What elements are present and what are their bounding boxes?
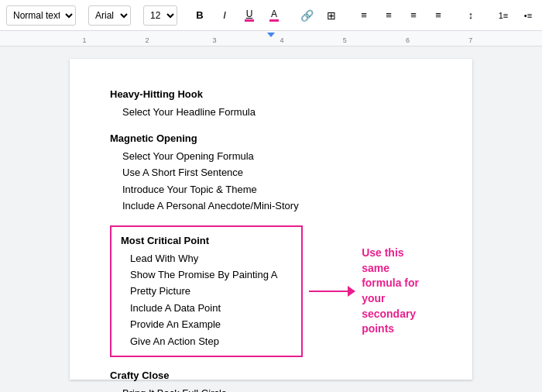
link-button[interactable]: 🔗 bbox=[297, 5, 317, 26]
list-item: Select Your Headline Formula bbox=[110, 104, 432, 120]
ruler-mark-6: 6 bbox=[406, 36, 410, 44]
italic-button[interactable]: I bbox=[214, 5, 235, 26]
bullet-list-button[interactable]: •≡ bbox=[518, 5, 538, 26]
section-crafty-close: Crafty Close Bring It Back Full Circle I… bbox=[110, 368, 432, 392]
align-center-button[interactable]: ≡ bbox=[379, 5, 399, 26]
numbered-list-button[interactable]: 1≡ bbox=[493, 5, 513, 26]
section-title-heavy-hitting-hook: Heavy-Hitting Hook bbox=[110, 87, 432, 103]
callout-text: Use this same formula for your secondary… bbox=[362, 246, 432, 337]
align-left-button[interactable]: ≡ bbox=[354, 5, 374, 26]
list-item: Give An Action Step bbox=[121, 333, 292, 349]
document-page: Heavy-Hitting Hook Select Your Headline … bbox=[70, 59, 472, 380]
table-button[interactable]: ⊞ bbox=[321, 5, 341, 26]
font-color-icon: A bbox=[269, 9, 279, 22]
line-spacing-button[interactable]: ↕ bbox=[461, 5, 481, 26]
arrow-container bbox=[309, 286, 355, 297]
section-title-magnetic-opening: Magnetic Opening bbox=[110, 131, 432, 147]
align-justify-button[interactable]: ≡ bbox=[428, 5, 448, 26]
section-title-most-critical-point: Most Critical Point bbox=[121, 233, 292, 249]
section-heavy-hitting-hook: Heavy-Hitting Hook Select Your Headline … bbox=[110, 87, 432, 120]
list-item: Select Your Opening Formula bbox=[110, 148, 432, 164]
list-item: Include A Data Point bbox=[121, 300, 292, 316]
section-magnetic-opening: Magnetic Opening Select Your Opening For… bbox=[110, 131, 432, 215]
ruler: 1 2 3 4 5 6 7 bbox=[0, 31, 542, 46]
list-item: Provide An Example bbox=[121, 316, 292, 332]
underline-icon: U bbox=[245, 9, 254, 22]
font-color-button[interactable]: A bbox=[264, 5, 284, 26]
underline-button[interactable]: U bbox=[239, 5, 259, 26]
font-select[interactable]: Arial bbox=[88, 5, 131, 26]
critical-point-box: Most Critical Point Lead With Why Show T… bbox=[110, 225, 303, 357]
list-item: Include A Personal Anecdote/Mini-Story bbox=[110, 198, 432, 214]
list-item: Lead With Why bbox=[121, 250, 292, 266]
ruler-inner: 1 2 3 4 5 6 7 bbox=[46, 31, 496, 46]
ruler-mark-4: 4 bbox=[280, 36, 284, 44]
page-area: Heavy-Hitting Hook Select Your Headline … bbox=[0, 46, 542, 392]
size-select[interactable]: 12 bbox=[143, 5, 177, 26]
ruler-mark-1: 1 bbox=[82, 36, 86, 44]
ruler-mark-3: 3 bbox=[213, 36, 217, 44]
toolbar: Normal text Arial 12 B I U A 🔗 ⊞ ≡ ≡ ≡ ≡… bbox=[0, 0, 542, 31]
ruler-mark-7: 7 bbox=[468, 36, 472, 44]
list-item: Introduce Your Topic & Theme bbox=[110, 181, 432, 198]
bold-button[interactable]: B bbox=[190, 5, 210, 26]
arrow-head bbox=[348, 286, 355, 297]
ruler-marker[interactable] bbox=[267, 33, 275, 37]
ruler-mark-2: 2 bbox=[146, 36, 149, 44]
align-right-button[interactable]: ≡ bbox=[403, 5, 424, 26]
style-select[interactable]: Normal text bbox=[6, 5, 76, 26]
list-item: Bring It Back Full Circle bbox=[110, 385, 432, 392]
arrow-line bbox=[309, 291, 348, 292]
critical-point-row: Most Critical Point Lead With Why Show T… bbox=[110, 225, 432, 357]
list-item: Show The Promise By Painting A Pretty Pi… bbox=[121, 266, 292, 300]
ruler-mark-5: 5 bbox=[343, 36, 347, 44]
section-title-crafty-close: Crafty Close bbox=[110, 368, 432, 384]
list-item: Use A Short First Sentence bbox=[110, 164, 432, 181]
